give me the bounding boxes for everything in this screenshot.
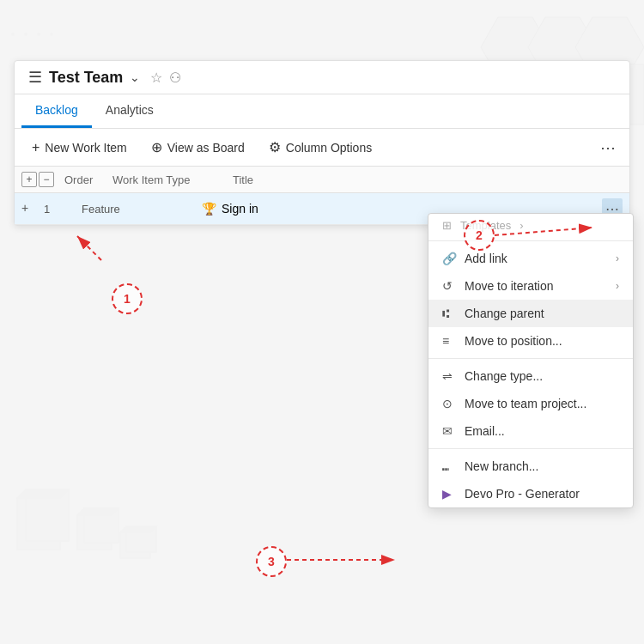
column-options-button[interactable]: ⚙ Column Options bbox=[258, 134, 382, 161]
view-as-board-button[interactable]: ⊕ View as Board bbox=[141, 134, 255, 161]
svg-point-18 bbox=[50, 33, 53, 36]
tab-analytics[interactable]: Analytics bbox=[92, 94, 167, 128]
svg-point-15 bbox=[11, 33, 15, 36]
annotation-3: 3 bbox=[256, 546, 287, 577]
link-icon: 🔗 bbox=[442, 252, 456, 265]
table-header: + − Order Work Item Type Title bbox=[15, 167, 629, 193]
menu-item-new-branch[interactable]: ⑉ New branch... bbox=[428, 453, 633, 480]
title-column-header: Title bbox=[233, 173, 623, 186]
branch-icon: ⑉ bbox=[442, 460, 456, 473]
menu-item-devo-pro[interactable]: ▶ Devo Pro - Generator bbox=[428, 480, 633, 507]
templates-icon: ⊞ bbox=[442, 219, 452, 232]
menu-item-move-to-team-project[interactable]: ⊙ Move to team project... bbox=[428, 390, 633, 417]
star-icon[interactable]: ☆ bbox=[150, 70, 162, 86]
menu-item-templates[interactable]: ⊞ Templates › bbox=[428, 214, 633, 237]
submenu-arrow-icon-2: › bbox=[616, 252, 619, 264]
submenu-arrow-icon-3: › bbox=[616, 280, 619, 292]
svg-rect-12 bbox=[120, 532, 150, 558]
team-project-icon: ⊙ bbox=[442, 397, 456, 410]
context-menu: ⊞ Templates › 🔗 Add link › ↺ Move to ite… bbox=[428, 213, 634, 508]
svg-rect-9 bbox=[77, 515, 112, 550]
change-parent-icon: ⑆ bbox=[442, 307, 456, 320]
remove-row-button[interactable]: − bbox=[39, 172, 54, 187]
plus-icon: + bbox=[32, 140, 39, 155]
menu-item-move-to-iteration[interactable]: ↺ Move to iteration › bbox=[428, 272, 633, 300]
work-item-type-column-header: Work Item Type bbox=[112, 173, 233, 186]
change-type-icon: ⇌ bbox=[442, 369, 456, 383]
svg-point-17 bbox=[37, 33, 40, 36]
main-panel: ☰ Test Team ⌄ ☆ ⚇ Backlog Analytics + Ne… bbox=[14, 60, 630, 226]
row-order-value: 1 bbox=[44, 203, 82, 216]
menu-item-email[interactable]: ✉ Email... bbox=[428, 417, 633, 445]
svg-rect-6 bbox=[17, 498, 60, 550]
menu-divider-1 bbox=[428, 240, 633, 241]
annotation-1: 1 bbox=[112, 283, 143, 314]
svg-marker-8 bbox=[17, 489, 69, 498]
tab-backlog[interactable]: Backlog bbox=[21, 94, 92, 128]
header-bar: ☰ Test Team ⌄ ☆ ⚇ bbox=[15, 61, 629, 94]
row-type-value: Feature bbox=[82, 203, 202, 216]
order-column-header: Order bbox=[61, 173, 112, 186]
svg-point-16 bbox=[24, 33, 27, 36]
menu-item-change-parent[interactable]: ⑆ Change parent bbox=[428, 300, 633, 327]
menu-divider-3 bbox=[428, 448, 633, 449]
svg-marker-14 bbox=[120, 526, 156, 532]
nav-tabs: Backlog Analytics bbox=[15, 94, 629, 129]
hamburger-icon[interactable]: ☰ bbox=[28, 68, 42, 87]
add-row-button[interactable]: + bbox=[21, 172, 37, 187]
position-icon: ≡ bbox=[442, 334, 456, 348]
svg-marker-11 bbox=[77, 508, 118, 515]
new-work-item-button[interactable]: + New Work Item bbox=[21, 135, 137, 161]
menu-item-move-to-position[interactable]: ≡ Move to position... bbox=[428, 327, 633, 355]
trophy-icon: 🏆 bbox=[202, 202, 216, 216]
email-icon: ✉ bbox=[442, 424, 456, 438]
chevron-down-icon[interactable]: ⌄ bbox=[130, 70, 140, 84]
more-actions-button[interactable]: ⋯ bbox=[593, 135, 623, 161]
submenu-arrow-icon: › bbox=[519, 219, 523, 232]
toolbar: + New Work Item ⊕ View as Board ⚙ Column… bbox=[15, 129, 629, 167]
menu-item-add-link[interactable]: 🔗 Add link › bbox=[428, 245, 633, 272]
annotation-2: 2 bbox=[464, 220, 495, 251]
menu-item-change-type[interactable]: ⇌ Change type... bbox=[428, 362, 633, 390]
iteration-icon: ↺ bbox=[442, 279, 456, 293]
svg-rect-7 bbox=[26, 489, 69, 541]
svg-rect-13 bbox=[126, 526, 156, 552]
people-icon[interactable]: ⚇ bbox=[169, 70, 181, 86]
devo-pro-icon: ▶ bbox=[442, 487, 456, 501]
settings-icon: ⚙ bbox=[269, 139, 281, 155]
svg-rect-10 bbox=[84, 508, 118, 543]
row-add-icon[interactable]: + bbox=[21, 201, 37, 216]
board-icon: ⊕ bbox=[151, 139, 162, 155]
menu-divider-2 bbox=[428, 358, 633, 359]
add-remove-controls: + − bbox=[21, 172, 54, 187]
svg-line-19 bbox=[77, 236, 101, 260]
team-title: Test Team bbox=[49, 69, 123, 87]
